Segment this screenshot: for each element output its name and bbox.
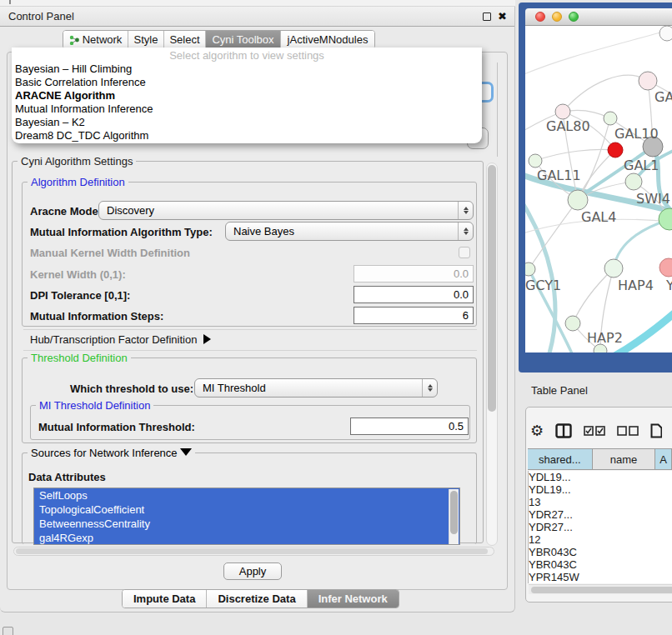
gear-icon[interactable]: ⚙ xyxy=(530,422,544,439)
data-attribute-item[interactable]: gal4RGexp xyxy=(34,531,459,545)
network-node[interactable] xyxy=(659,208,672,230)
mi-threshold-input[interactable]: 0.5 xyxy=(350,418,469,435)
scrollbar-thumb[interactable] xyxy=(531,587,672,593)
table-cell[interactable]: YDL19... xyxy=(529,471,594,483)
column-header[interactable]: shared... xyxy=(528,449,593,469)
column-header[interactable]: A xyxy=(655,449,672,469)
manual-kernel-width-checkbox[interactable] xyxy=(459,247,470,258)
collapsed-panel-icon[interactable] xyxy=(3,627,13,635)
tab-select[interactable]: Select xyxy=(163,31,205,48)
scrollbar-thumb[interactable] xyxy=(16,548,488,554)
table-cell[interactable]: YDL19... xyxy=(529,483,593,496)
tab-cyni-toolbox[interactable]: Cyni Toolbox xyxy=(205,31,280,48)
network-node[interactable] xyxy=(659,26,672,41)
zoom-traffic-light-icon[interactable] xyxy=(569,12,579,22)
network-edge[interactable] xyxy=(535,149,615,161)
collapsed-arrow-icon[interactable] xyxy=(203,334,211,344)
network-node[interactable] xyxy=(565,316,580,331)
which-threshold-value: MI Threshold xyxy=(195,382,422,394)
tab-impute-data[interactable]: Impute Data xyxy=(123,590,206,608)
tab-infer-network[interactable]: Infer Network xyxy=(307,590,399,608)
table-cell[interactable]: YBR043C xyxy=(529,546,594,558)
network-edge[interactable] xyxy=(563,75,648,112)
network-node[interactable] xyxy=(639,72,657,90)
list-vertical-scrollbar[interactable] xyxy=(449,489,459,544)
expanded-arrow-icon[interactable] xyxy=(180,448,192,456)
data-attribute-item[interactable]: TopologicalCoefficient xyxy=(34,502,459,517)
scrollbar-thumb[interactable] xyxy=(488,165,496,412)
minimize-traffic-light-icon[interactable] xyxy=(552,12,562,22)
close-traffic-light-icon[interactable] xyxy=(535,12,545,22)
table-cell[interactable]: 13 xyxy=(529,496,545,508)
table-cell[interactable]: 12 xyxy=(529,533,545,546)
apply-button[interactable]: Apply xyxy=(223,562,282,580)
table-row[interactable]: YDR27...YDR27...12 xyxy=(529,508,672,546)
table-panel-title: Table Panel xyxy=(531,384,588,397)
scrollbar-thumb[interactable] xyxy=(450,491,458,534)
table-cell[interactable]: YBR043C xyxy=(529,558,593,571)
mi-algorithm-type-combobox[interactable]: Naive Bayes xyxy=(225,222,474,241)
dpi-tolerance-input[interactable]: 0.0 xyxy=(354,286,474,303)
algorithm-option[interactable]: Dream8 DC_TDC Algorithm xyxy=(12,129,482,142)
algorithm-dropdown-placeholder: Select algorithm to view settings xyxy=(12,49,482,62)
cyni-algorithm-settings-title: Cyni Algorithm Settings xyxy=(18,155,136,168)
node-label: GAL10 xyxy=(614,126,659,142)
tab-style[interactable]: Style xyxy=(128,31,163,48)
network-node[interactable] xyxy=(529,154,542,168)
tab-network[interactable]: Network xyxy=(63,31,128,48)
algorithm-option[interactable]: Bayesian – K2 xyxy=(12,116,482,129)
hub-definition-label: Hub/Transcription Factor Definition xyxy=(30,333,197,346)
which-threshold-combobox[interactable]: MI Threshold xyxy=(194,378,438,398)
settings-horizontal-scrollbar[interactable] xyxy=(13,547,494,556)
node-label: GCY1 xyxy=(525,278,561,293)
network-node[interactable] xyxy=(659,258,672,277)
dpi-tolerance-label: DPI Tolerance [0,1]: xyxy=(30,289,130,302)
network-node[interactable] xyxy=(625,173,642,190)
settings-vertical-scrollbar[interactable] xyxy=(486,162,498,546)
sources-title[interactable]: Sources for Network Inference xyxy=(28,447,195,459)
mi-threshold-label: Mutual Information Threshold: xyxy=(38,421,195,433)
algorithm-option[interactable]: Mutual Information Inference xyxy=(12,102,482,116)
tab-discretize-data[interactable]: Discretize Data xyxy=(206,590,306,608)
kernel-width-input[interactable]: 0.0 xyxy=(354,265,474,282)
algorithm-option[interactable]: Basic Correlation Inference xyxy=(12,76,482,89)
network-node[interactable] xyxy=(568,190,588,210)
algorithm-option[interactable]: ARACNE Algorithm xyxy=(12,89,482,102)
table-cell[interactable]: YDR27... xyxy=(529,521,593,533)
algorithm-option[interactable]: Bayesian – Hill Climbing xyxy=(12,62,482,76)
table-row[interactable]: YDL19...YDL19...13 xyxy=(529,471,672,508)
network-edge[interactable] xyxy=(529,200,578,269)
network-node[interactable] xyxy=(604,112,617,125)
float-window-icon[interactable] xyxy=(483,12,491,21)
network-node[interactable] xyxy=(604,259,623,278)
network-node[interactable] xyxy=(608,142,623,158)
document-icon[interactable] xyxy=(650,423,662,438)
algorithm-dropdown-popup: Select algorithm to view settings Bayesi… xyxy=(12,48,482,143)
table-cell[interactable]: YDR27... xyxy=(529,508,594,521)
close-icon[interactable]: ✖ xyxy=(498,9,507,24)
network-node[interactable] xyxy=(555,104,570,119)
node-label: GAL11 xyxy=(537,168,581,183)
data-attribute-item[interactable]: SelfLoops xyxy=(34,488,459,502)
mi-algorithm-type-label: Mutual Information Algorithm Type: xyxy=(30,226,213,238)
table-row[interactable]: YBR043CYBR043C xyxy=(529,546,672,571)
select-all-checkboxes-icon[interactable] xyxy=(584,426,605,436)
network-canvas[interactable]: GALGAL80GAL10GAL1GAL11SWI4GAL4GCY1HAP4YH… xyxy=(525,26,672,352)
tab-jactivemnodules[interactable]: jActiveMNodules xyxy=(280,31,374,48)
table-row[interactable]: YPR145WYPR145W9. xyxy=(529,571,672,583)
data-attribute-item[interactable]: BetweennessCentrality xyxy=(34,517,459,531)
columns-icon[interactable] xyxy=(555,423,572,438)
table-body: YDL19...YDL19...13YDR27...YDR27...12YBR0… xyxy=(528,471,672,583)
data-attributes-listbox: SelfLoopsTopologicalCoefficientBetweenne… xyxy=(33,488,460,545)
data-attributes-label: Data Attributes xyxy=(28,471,106,483)
network-node[interactable] xyxy=(525,262,535,276)
network-edge[interactable] xyxy=(573,268,614,323)
table-cell[interactable]: YPR145W xyxy=(529,571,594,583)
deselect-all-checkboxes-icon[interactable] xyxy=(617,426,639,436)
network-edge[interactable] xyxy=(525,32,660,76)
mi-steps-input[interactable]: 6 xyxy=(354,307,474,324)
column-header[interactable]: name xyxy=(593,449,656,469)
aracne-mode-combobox[interactable]: Discovery xyxy=(98,201,474,220)
hub-definition-toggle[interactable]: Hub/Transcription Factor Definition xyxy=(30,333,211,346)
table-horizontal-scrollbar[interactable] xyxy=(529,584,672,594)
